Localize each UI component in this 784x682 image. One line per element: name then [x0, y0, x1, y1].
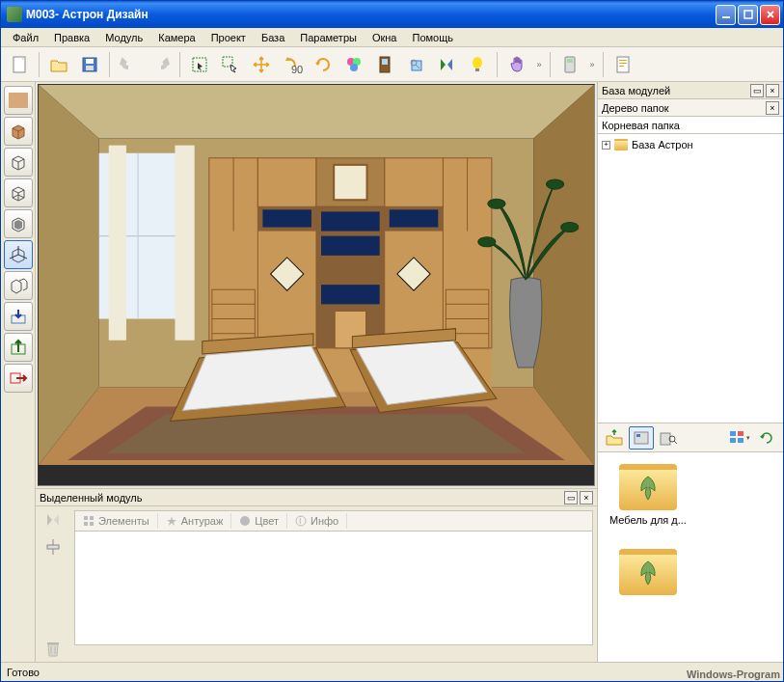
root-folder-row[interactable]: Корневая папка	[598, 117, 783, 134]
grid-view-button[interactable]: ▾	[727, 426, 752, 450]
tool-box-wire[interactable]	[4, 148, 33, 177]
svg-rect-5	[86, 66, 94, 70]
svg-rect-52	[321, 285, 380, 304]
new-button[interactable]	[5, 50, 34, 79]
rotate90-button[interactable]: 90	[278, 50, 307, 79]
svg-rect-91	[636, 434, 640, 437]
panel-close-icon[interactable]: ×	[580, 491, 593, 505]
right-dock-icon[interactable]: ▭	[750, 84, 764, 97]
save-button[interactable]	[75, 50, 104, 79]
svg-rect-98	[738, 438, 743, 443]
tree-close-icon[interactable]: ×	[766, 101, 779, 115]
tree-item[interactable]: + База Астрон	[602, 138, 779, 151]
selected-module-panel: Выделенный модуль ▭ × Элементы Антур	[36, 488, 597, 662]
minimize-button[interactable]	[716, 5, 736, 25]
up-folder-button[interactable]	[602, 426, 627, 450]
door-button[interactable]	[370, 50, 399, 79]
svg-rect-45	[257, 158, 316, 207]
search-button[interactable]	[656, 426, 681, 450]
svg-rect-57	[390, 209, 439, 227]
menu-module[interactable]: Модуль	[97, 30, 150, 45]
3d-viewport[interactable]	[38, 84, 595, 486]
app-icon	[7, 7, 22, 22]
module-browser[interactable]: Мебель для д...	[598, 452, 783, 662]
tool-box-open[interactable]	[4, 209, 33, 238]
menu-project[interactable]: Проект	[203, 30, 254, 45]
modules-db-title: База модулей	[602, 85, 748, 96]
svg-rect-19	[567, 59, 573, 63]
tool-import[interactable]	[4, 302, 33, 331]
tool-box-wire2[interactable]	[4, 178, 33, 207]
report-button[interactable]	[608, 50, 637, 79]
tool-box-axis[interactable]	[4, 240, 33, 269]
slider-handle[interactable]	[44, 537, 62, 557]
select-rect-button[interactable]	[185, 50, 214, 79]
toolbar-overflow-2[interactable]: »	[586, 50, 598, 79]
tool-export-right[interactable]	[4, 364, 33, 393]
pan-button[interactable]	[502, 50, 531, 79]
svg-point-77	[478, 237, 496, 247]
svg-point-16	[473, 57, 482, 68]
select-cursor-button[interactable]	[216, 50, 245, 79]
svg-rect-80	[47, 642, 59, 644]
svg-point-87	[240, 516, 250, 526]
svg-rect-22	[619, 63, 627, 64]
svg-rect-85	[84, 522, 88, 526]
menu-windows[interactable]: Окна	[365, 30, 405, 45]
rotate-button[interactable]	[309, 50, 338, 79]
folder-tree-title: Дерево папок	[602, 102, 764, 114]
app-window: М003- Астрон Дизайн Файл Правка Модуль К…	[0, 0, 784, 682]
main-toolbar: 90 » »	[1, 47, 783, 82]
open-button[interactable]	[44, 50, 73, 79]
phone-button[interactable]	[555, 50, 584, 79]
maximize-button[interactable]	[738, 5, 758, 25]
tab-elements[interactable]: Элементы	[75, 513, 158, 529]
folder-icon	[614, 139, 628, 150]
svg-point-74	[488, 199, 505, 208]
svg-rect-20	[617, 57, 629, 72]
menu-camera[interactable]: Камера	[150, 30, 203, 45]
light-button[interactable]	[463, 50, 492, 79]
tab-entourage[interactable]: Антураж	[158, 513, 232, 529]
tool-texture[interactable]	[4, 86, 33, 115]
mirror-button[interactable]	[432, 50, 461, 79]
redo-button[interactable]	[146, 50, 175, 79]
svg-rect-38	[109, 146, 126, 341]
svg-rect-86	[90, 522, 94, 526]
menu-edit[interactable]: Правка	[46, 30, 97, 45]
view-large-button[interactable]	[629, 426, 654, 450]
tool-box-solid[interactable]	[4, 117, 33, 146]
undo-button[interactable]	[115, 50, 144, 79]
move-button[interactable]	[247, 50, 276, 79]
materials-button[interactable]	[339, 50, 368, 79]
trash-icon[interactable]	[44, 639, 62, 658]
tool-box-split[interactable]	[4, 271, 33, 300]
tab-info[interactable]: iИнфо	[287, 513, 347, 529]
tool-export-up[interactable]	[4, 333, 33, 362]
mirror-icon[interactable]	[43, 510, 63, 530]
right-close-icon[interactable]: ×	[766, 84, 779, 97]
menu-help[interactable]: Помощь	[404, 30, 461, 45]
svg-rect-4	[86, 59, 94, 64]
svg-line-94	[674, 441, 677, 444]
menu-file[interactable]: Файл	[5, 30, 46, 45]
svg-point-11	[350, 64, 358, 71]
view3d-button[interactable]	[401, 50, 430, 79]
menu-params[interactable]: Параметры	[292, 30, 365, 45]
svg-rect-46	[385, 158, 444, 207]
browser-folder[interactable]	[609, 549, 687, 599]
toolbar-overflow-1[interactable]: »	[533, 50, 545, 79]
browser-toolbar: ▾	[598, 423, 783, 452]
svg-rect-55	[262, 209, 311, 227]
refresh-button[interactable]	[754, 426, 779, 450]
menu-base[interactable]: База	[254, 30, 292, 45]
svg-rect-96	[738, 431, 743, 436]
close-button[interactable]	[760, 5, 780, 25]
browser-folder[interactable]: Мебель для д...	[609, 464, 687, 526]
folder-tree[interactable]: + База Астрон	[598, 134, 783, 423]
selected-module-title: Выделенный модуль	[40, 492, 562, 504]
svg-point-75	[546, 179, 563, 189]
tab-color[interactable]: Цвет	[231, 513, 287, 529]
panel-dock-icon[interactable]: ▭	[564, 491, 578, 505]
expand-icon[interactable]: +	[602, 141, 610, 150]
